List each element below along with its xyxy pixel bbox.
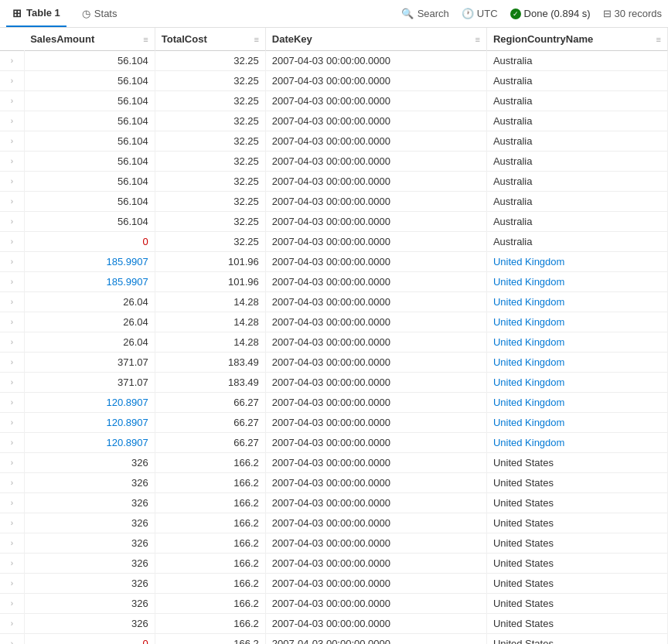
table-row: ›56.10432.252007-04-03 00:00:00.0000Aust… [0, 152, 668, 172]
table-row: ›326166.22007-04-03 00:00:00.0000United … [0, 574, 668, 594]
chevron-right-icon[interactable]: › [6, 373, 18, 391]
row-expand-arrow[interactable]: › [0, 574, 24, 594]
col-total-cost[interactable]: TotalCost ≡ [155, 28, 265, 51]
chevron-right-icon[interactable]: › [6, 313, 18, 331]
row-expand-arrow[interactable]: › [0, 413, 24, 433]
row-expand-arrow[interactable]: › [0, 493, 24, 513]
stats-tab[interactable]: ◷ Stats [79, 8, 121, 19]
search-button[interactable]: 🔍 Search [401, 8, 449, 19]
chevron-right-icon[interactable]: › [6, 273, 18, 291]
cell-sales-amount: 326 [24, 513, 155, 533]
done-label: Done (0.894 s) [524, 8, 591, 19]
col-date-key-label: DateKey [272, 33, 312, 45]
row-expand-arrow[interactable]: › [0, 554, 24, 574]
row-expand-arrow[interactable]: › [0, 453, 24, 473]
col-sales-amount[interactable]: SalesAmount ≡ [24, 28, 155, 51]
chevron-right-icon[interactable]: › [6, 474, 18, 492]
cell-total-cost: 166.2 [155, 473, 265, 493]
table-row: ›326166.22007-04-03 00:00:00.0000United … [0, 453, 668, 473]
row-expand-arrow[interactable]: › [0, 312, 24, 332]
cell-region-country: United States [486, 574, 667, 594]
row-expand-arrow[interactable]: › [0, 513, 24, 533]
row-expand-arrow[interactable]: › [0, 192, 24, 212]
sales-amount-filter-icon[interactable]: ≡ [143, 35, 148, 44]
table-row: ›185.9907101.962007-04-03 00:00:00.0000U… [0, 272, 668, 292]
chevron-right-icon[interactable]: › [6, 52, 18, 70]
chevron-right-icon[interactable]: › [6, 152, 18, 170]
row-expand-arrow[interactable]: › [0, 272, 24, 292]
row-expand-arrow[interactable]: › [0, 433, 24, 453]
date-key-filter-icon[interactable]: ≡ [475, 35, 479, 44]
table-row: ›326166.22007-04-03 00:00:00.0000United … [0, 473, 668, 493]
chevron-right-icon[interactable]: › [6, 615, 18, 632]
chevron-right-icon[interactable]: › [6, 414, 18, 431]
chevron-right-icon[interactable]: › [6, 635, 18, 644]
cell-total-cost: 101.96 [155, 252, 265, 272]
row-expand-arrow[interactable]: › [0, 232, 24, 252]
row-expand-arrow[interactable]: › [0, 152, 24, 172]
total-cost-filter-icon[interactable]: ≡ [254, 35, 258, 44]
chevron-right-icon[interactable]: › [6, 213, 18, 230]
row-expand-arrow[interactable]: › [0, 252, 24, 272]
row-expand-arrow[interactable]: › [0, 634, 24, 645]
chevron-right-icon[interactable]: › [6, 394, 18, 411]
row-expand-arrow[interactable]: › [0, 533, 24, 554]
chevron-right-icon[interactable]: › [6, 132, 18, 150]
cell-total-cost: 166.2 [155, 634, 265, 645]
cell-region-country: United States [486, 493, 667, 513]
chevron-right-icon[interactable]: › [6, 293, 18, 311]
chevron-right-icon[interactable]: › [6, 554, 18, 572]
col-region-country[interactable]: RegionCountryName ≡ [486, 28, 667, 51]
chevron-right-icon[interactable]: › [6, 333, 18, 351]
cell-sales-amount: 56.104 [24, 131, 155, 152]
chevron-right-icon[interactable]: › [6, 233, 18, 250]
region-country-filter-icon[interactable]: ≡ [656, 35, 661, 44]
cell-date-key: 2007-04-03 00:00:00.0000 [265, 232, 486, 252]
row-expand-arrow[interactable]: › [0, 91, 24, 111]
table-row: ›26.0414.282007-04-03 00:00:00.0000Unite… [0, 332, 668, 353]
chevron-right-icon[interactable]: › [6, 494, 18, 512]
col-date-key[interactable]: DateKey ≡ [265, 28, 486, 51]
cell-sales-amount: 26.04 [24, 292, 155, 312]
chevron-right-icon[interactable]: › [6, 253, 18, 271]
table-container: SalesAmount ≡ TotalCost ≡ DateKey ≡ [0, 28, 668, 644]
row-expand-arrow[interactable]: › [0, 292, 24, 312]
row-expand-arrow[interactable]: › [0, 212, 24, 232]
table-row: ›326166.22007-04-03 00:00:00.0000United … [0, 554, 668, 574]
utc-indicator: 🕐 UTC [462, 8, 498, 19]
row-expand-arrow[interactable]: › [0, 614, 24, 634]
chevron-right-icon[interactable]: › [6, 434, 18, 451]
row-expand-arrow[interactable]: › [0, 131, 24, 152]
search-icon: 🔍 [401, 8, 414, 19]
chevron-right-icon[interactable]: › [6, 514, 18, 532]
chevron-right-icon[interactable]: › [6, 534, 18, 552]
chevron-right-icon[interactable]: › [6, 92, 18, 110]
row-expand-arrow[interactable]: › [0, 51, 24, 71]
row-expand-arrow[interactable]: › [0, 393, 24, 413]
utc-label: UTC [477, 8, 498, 19]
cell-date-key: 2007-04-03 00:00:00.0000 [265, 172, 486, 192]
table-tab[interactable]: ⊞ Table 1 [6, 0, 66, 27]
cell-region-country: Australia [486, 232, 667, 252]
chevron-right-icon[interactable]: › [6, 574, 18, 592]
row-expand-arrow[interactable]: › [0, 373, 24, 393]
chevron-right-icon[interactable]: › [6, 595, 18, 612]
chevron-right-icon[interactable]: › [6, 72, 18, 90]
table-row: ›56.10432.252007-04-03 00:00:00.0000Aust… [0, 71, 668, 91]
row-expand-arrow[interactable]: › [0, 111, 24, 131]
table-row: ›26.0414.282007-04-03 00:00:00.0000Unite… [0, 312, 668, 332]
row-expand-arrow[interactable]: › [0, 71, 24, 91]
row-expand-arrow[interactable]: › [0, 473, 24, 493]
cell-date-key: 2007-04-03 00:00:00.0000 [265, 373, 486, 393]
table-row: ›56.10432.252007-04-03 00:00:00.0000Aust… [0, 192, 668, 212]
cell-region-country: Australia [486, 192, 667, 212]
chevron-right-icon[interactable]: › [6, 353, 18, 371]
row-expand-arrow[interactable]: › [0, 594, 24, 614]
row-expand-arrow[interactable]: › [0, 172, 24, 192]
row-expand-arrow[interactable]: › [0, 353, 24, 373]
chevron-right-icon[interactable]: › [6, 112, 18, 130]
chevron-right-icon[interactable]: › [6, 454, 18, 472]
chevron-right-icon[interactable]: › [6, 172, 18, 190]
row-expand-arrow[interactable]: › [0, 332, 24, 353]
chevron-right-icon[interactable]: › [6, 193, 18, 210]
